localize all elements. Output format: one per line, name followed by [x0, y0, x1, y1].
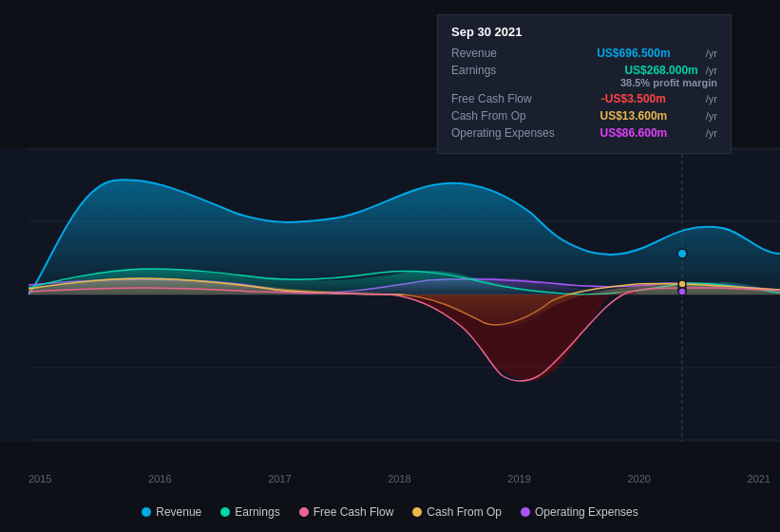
tooltip-label-cashop: Cash From Op [451, 109, 565, 123]
tooltip-label-earnings: Earnings [451, 64, 565, 77]
x-label-2019: 2019 [507, 473, 530, 484]
svg-point-11 [678, 288, 686, 295]
legend-item-earnings[interactable]: Earnings [220, 505, 279, 519]
legend-item-opex[interactable]: Operating Expenses [521, 505, 638, 519]
svg-point-10 [678, 280, 686, 288]
legend-item-cashop[interactable]: Cash From Op [412, 505, 502, 519]
legend-label-opex: Operating Expenses [535, 505, 638, 519]
tooltip-value-opex: US$86.600m [600, 126, 668, 140]
tooltip-unit-revenue: /yr [706, 48, 717, 59]
tooltip-profit-margin: 38.5% profit margin [620, 77, 717, 88]
legend-label-cashop: Cash From Op [427, 505, 502, 519]
legend-dot-fcf [299, 507, 309, 517]
legend-dot-earnings [220, 507, 230, 517]
legend-dot-cashop [412, 507, 422, 517]
tooltip-unit-opex: /yr [706, 127, 717, 139]
tooltip-row-cashop: Cash From Op US$13.600m /yr [451, 109, 717, 123]
legend-dot-opex [521, 507, 530, 517]
tooltip-value-fcf: -US$3.500m [601, 92, 666, 105]
tooltip-unit-fcf: /yr [706, 93, 717, 104]
x-label-2018: 2018 [388, 473, 410, 484]
tooltip-unit-earnings: /yr [706, 65, 717, 76]
legend-label-revenue: Revenue [156, 505, 201, 519]
svg-point-7 [677, 249, 687, 258]
x-label-2016: 2016 [148, 473, 171, 484]
x-label-2021: 2021 [747, 473, 770, 484]
tooltip-row-revenue: Revenue US$696.500m /yr [451, 47, 717, 60]
tooltip-label-fcf: Free Cash Flow [451, 92, 565, 105]
tooltip-value-cashop: US$13.600m [600, 109, 668, 123]
tooltip-row-earnings: Earnings US$268.000m /yr 38.5% profit ma… [451, 64, 717, 88]
tooltip-unit-cashop: /yr [706, 110, 717, 122]
tooltip-date: Sep 30 2021 [451, 25, 717, 39]
x-label-2020: 2020 [627, 473, 650, 484]
tooltip-row-fcf: Free Cash Flow -US$3.500m /yr [451, 92, 717, 105]
tooltip-value-revenue: US$696.500m [597, 47, 670, 60]
legend-item-revenue[interactable]: Revenue [142, 505, 201, 519]
chart-area: Sep 30 2021 Revenue US$696.500m /yr Earn… [0, 0, 780, 532]
tooltip-label-revenue: Revenue [451, 47, 565, 60]
tooltip-panel: Sep 30 2021 Revenue US$696.500m /yr Earn… [437, 14, 732, 154]
legend-label-fcf: Free Cash Flow [314, 505, 394, 519]
x-label-2015: 2015 [29, 473, 51, 484]
chart-legend: Revenue Earnings Free Cash Flow Cash Fro… [0, 505, 780, 519]
tooltip-row-opex: Operating Expenses US$86.600m /yr [451, 126, 717, 140]
x-axis: 2015 2016 2017 2018 2019 2020 2021 [29, 473, 770, 484]
x-label-2017: 2017 [268, 473, 291, 484]
chart-svg [0, 147, 780, 442]
tooltip-label-opex: Operating Expenses [451, 126, 565, 140]
legend-label-earnings: Earnings [235, 505, 279, 519]
legend-dot-revenue [142, 507, 151, 517]
legend-item-fcf[interactable]: Free Cash Flow [299, 505, 394, 519]
tooltip-value-earnings: US$268.000m [624, 64, 697, 77]
